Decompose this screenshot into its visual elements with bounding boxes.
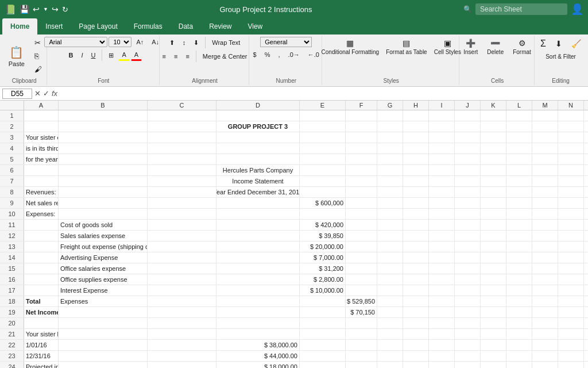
cell[interactable] (403, 143, 429, 154)
align-right-button[interactable]: ≡ (182, 51, 192, 62)
cell[interactable] (148, 351, 216, 361)
sort-filter-button[interactable]: Sort & Filter (542, 52, 579, 62)
cell[interactable] (506, 241, 532, 252)
cell[interactable] (216, 329, 300, 339)
cell[interactable] (148, 154, 216, 164)
cell[interactable] (481, 274, 506, 285)
cell[interactable] (216, 252, 300, 263)
cell[interactable] (148, 209, 216, 219)
cell[interactable] (558, 132, 584, 143)
cell[interactable]: Advertising Expense (59, 252, 148, 263)
cell[interactable] (24, 252, 59, 263)
percent-button[interactable]: % (261, 49, 274, 60)
col-header-h[interactable]: H (403, 101, 429, 110)
cell[interactable] (584, 263, 588, 274)
cell[interactable] (558, 318, 584, 328)
cell[interactable] (558, 329, 584, 339)
cell[interactable] (558, 340, 584, 350)
tab-page-layout[interactable]: Page Layout (71, 18, 125, 34)
cell[interactable]: $ 18,000.00 (216, 362, 300, 368)
cell[interactable] (506, 121, 532, 132)
cell[interactable]: $ 39,850 (300, 231, 346, 241)
cell[interactable] (429, 176, 455, 186)
cell[interactable]: $ 7,000.00 (300, 252, 346, 263)
font-size-select[interactable]: 10 (109, 37, 131, 47)
col-header-a[interactable]: A (24, 101, 59, 110)
cell[interactable] (584, 165, 588, 175)
cell[interactable] (429, 329, 455, 339)
cell[interactable] (558, 176, 584, 186)
cell[interactable] (403, 231, 429, 241)
cell[interactable] (216, 198, 300, 208)
cell[interactable] (558, 285, 584, 296)
cell[interactable] (506, 176, 532, 186)
cell[interactable] (148, 241, 216, 252)
cell[interactable] (506, 132, 532, 143)
cell[interactable] (346, 187, 377, 197)
col-header-k[interactable]: K (481, 101, 506, 110)
cell[interactable] (558, 154, 584, 164)
cell[interactable] (455, 307, 481, 317)
cell[interactable]: for the year ended December 31, 2016 (24, 154, 59, 164)
cell[interactable] (584, 198, 588, 208)
cell[interactable]: GROUP PROJECT 3 (216, 121, 300, 132)
col-header-n[interactable]: N (558, 101, 584, 110)
cell[interactable] (481, 165, 506, 175)
cell[interactable] (377, 274, 403, 285)
cell[interactable] (506, 220, 532, 230)
align-bottom-button[interactable]: ⬇ (190, 37, 202, 48)
thousands-button[interactable]: , (275, 49, 284, 60)
cell[interactable] (216, 154, 300, 164)
cell[interactable] (24, 274, 59, 285)
border-button[interactable]: ⊞ (105, 50, 117, 61)
cell[interactable] (377, 110, 403, 121)
cell[interactable] (216, 307, 300, 317)
cell[interactable] (300, 209, 346, 219)
col-header-l[interactable]: L (506, 101, 532, 110)
cell[interactable] (481, 143, 506, 154)
cell[interactable] (216, 231, 300, 241)
cell[interactable] (346, 351, 377, 361)
cell[interactable] (148, 362, 216, 368)
cell[interactable] (584, 231, 588, 241)
cell[interactable] (403, 296, 429, 306)
cell[interactable] (24, 220, 59, 230)
cell[interactable] (403, 121, 429, 132)
cell[interactable] (216, 143, 300, 154)
cell[interactable] (455, 209, 481, 219)
cell[interactable]: Your sister operates Hercules Parts Comp… (24, 132, 59, 143)
cell[interactable] (216, 263, 300, 274)
cell[interactable] (148, 329, 216, 339)
cell[interactable] (216, 220, 300, 230)
cell[interactable] (377, 121, 403, 132)
cell[interactable] (59, 143, 148, 154)
cell-reference-input[interactable] (2, 89, 32, 99)
cell[interactable] (532, 362, 558, 368)
cell[interactable] (506, 362, 532, 368)
cell[interactable] (584, 132, 588, 143)
col-header-j[interactable]: J (455, 101, 481, 110)
cell[interactable] (481, 351, 506, 361)
cell[interactable] (148, 220, 216, 230)
cell[interactable]: Revenues: (24, 187, 59, 197)
cell[interactable] (532, 209, 558, 219)
cell[interactable] (481, 318, 506, 328)
cell[interactable]: $ 70,150 (346, 307, 377, 317)
col-header-c[interactable]: C (148, 101, 216, 110)
cell[interactable] (429, 165, 455, 175)
insert-button[interactable]: ➕ Insert (459, 37, 482, 57)
cell[interactable] (300, 110, 346, 121)
cell[interactable] (377, 296, 403, 306)
cell[interactable] (377, 143, 403, 154)
cell[interactable] (59, 187, 148, 197)
cell[interactable] (584, 285, 588, 296)
cell[interactable] (429, 296, 455, 306)
cell[interactable] (377, 209, 403, 219)
cell[interactable] (59, 121, 148, 132)
cell[interactable] (558, 143, 584, 154)
cell[interactable] (403, 209, 429, 219)
cell[interactable]: Freight out expense (shipping charges) (59, 241, 148, 252)
cell[interactable] (300, 187, 346, 197)
tab-insert[interactable]: Insert (37, 18, 71, 34)
cell[interactable] (532, 252, 558, 263)
